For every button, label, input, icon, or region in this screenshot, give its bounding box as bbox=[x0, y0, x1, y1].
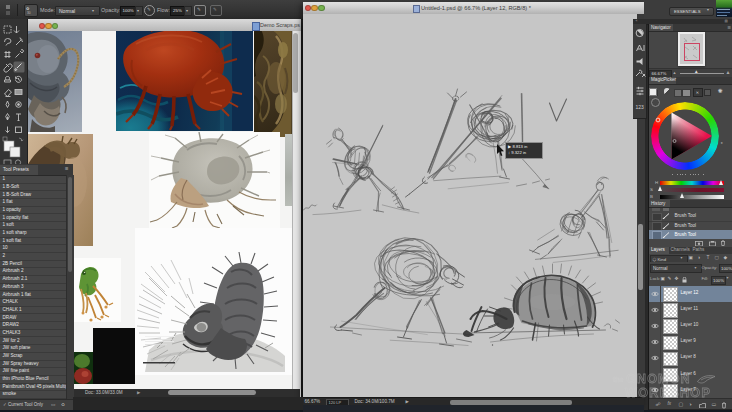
svg-text:123: 123 bbox=[635, 104, 644, 110]
